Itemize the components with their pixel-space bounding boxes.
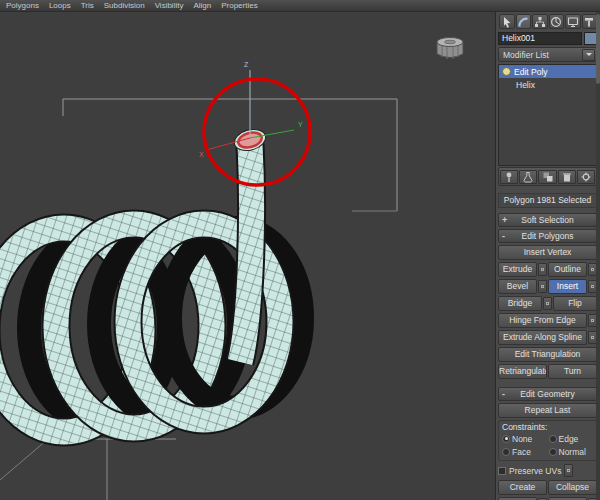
main-area: Z X Y: [0, 12, 600, 500]
constraint-edge-label: Edge: [559, 434, 594, 444]
modifier-list-dropdown[interactable]: Modifier List: [498, 47, 597, 62]
show-end-result-button[interactable]: [519, 170, 537, 184]
rollout-edit-geometry[interactable]: - Edit Geometry: [498, 387, 597, 401]
constraint-face-label: Face: [512, 447, 547, 457]
constraint-none-label: None: [512, 434, 547, 444]
collapse-button[interactable]: Collapse: [548, 480, 597, 495]
menu-bar: Polygons Loops Tris Subdivision Visibili…: [0, 0, 600, 12]
tab-display[interactable]: [565, 14, 581, 29]
bevel-settings-button[interactable]: [538, 280, 547, 293]
scrollbar-thumb[interactable]: [596, 14, 600, 84]
menu-properties[interactable]: Properties: [221, 1, 257, 10]
modifier-list-label: Modifier List: [503, 50, 549, 60]
modifier-stack-toolbar: [498, 167, 597, 186]
create-button[interactable]: Create: [498, 480, 547, 495]
constraints-label: Constraints:: [501, 422, 594, 432]
pin-icon: [503, 171, 515, 183]
rollout-soft-selection[interactable]: + Soft Selection: [498, 213, 597, 227]
menu-subdivision[interactable]: Subdivision: [104, 1, 145, 10]
stack-item-helix[interactable]: Helix: [499, 78, 596, 91]
edit-triangulation-button[interactable]: Edit Triangulation: [498, 347, 597, 362]
flask-icon: [522, 171, 534, 183]
chevron-down-icon[interactable]: [582, 49, 595, 61]
constraint-normal-radio[interactable]: [549, 448, 557, 456]
insert-vertex-button[interactable]: Insert Vertex: [498, 245, 597, 260]
flip-button[interactable]: Flip: [553, 296, 597, 311]
tab-motion[interactable]: [549, 14, 565, 29]
motion-wheel-icon: [550, 16, 562, 28]
tab-create[interactable]: [499, 14, 515, 29]
display-monitor-icon: [567, 16, 579, 28]
lightbulb-icon[interactable]: [502, 67, 511, 76]
extrude-settings-button[interactable]: [538, 263, 547, 276]
menu-visibility[interactable]: Visibility: [155, 1, 184, 10]
extrude-along-spline-button[interactable]: Extrude Along Spline: [498, 330, 587, 345]
helix-spring-object[interactable]: [0, 126, 302, 432]
preserve-uvs-label: Preserve UVs: [509, 466, 561, 476]
rollout-edit-polygons[interactable]: - Edit Polygons: [498, 229, 597, 243]
viewport[interactable]: Z X Y: [0, 12, 495, 500]
turn-button[interactable]: Turn: [548, 364, 597, 379]
gizmo-x-label: X: [199, 151, 204, 158]
constraint-face-radio[interactable]: [502, 448, 510, 456]
bridge-button[interactable]: Bridge: [498, 296, 542, 311]
preserve-uvs-settings-button[interactable]: [564, 464, 573, 477]
tab-modify[interactable]: [516, 14, 532, 29]
preserve-uvs-checkbox[interactable]: [498, 467, 506, 475]
extrude-button[interactable]: Extrude: [498, 262, 537, 277]
collapse-icon: -: [502, 231, 510, 241]
remove-modifier-button[interactable]: [558, 170, 576, 184]
rollout-title: Edit Polygons: [510, 231, 585, 241]
menu-align[interactable]: Align: [193, 1, 211, 10]
modifier-stack[interactable]: Edit Poly Helix: [498, 64, 597, 166]
configure-modifier-sets-button[interactable]: [577, 170, 595, 184]
viewport-canvas[interactable]: Z X Y: [0, 12, 495, 500]
bevel-button[interactable]: Bevel: [498, 279, 537, 294]
spring-riser: [240, 144, 252, 362]
gizmo-y-label: Y: [298, 121, 303, 128]
menu-polygons[interactable]: Polygons: [6, 1, 39, 10]
repeat-last-button[interactable]: Repeat Last: [498, 403, 597, 418]
menu-loops[interactable]: Loops: [49, 1, 71, 10]
expand-icon: +: [502, 215, 510, 225]
stack-item-label: Helix: [516, 80, 535, 90]
constraints-group: Constraints: None Edge Face Normal: [498, 420, 597, 461]
tab-utilities[interactable]: [582, 14, 598, 29]
tab-hierarchy[interactable]: [532, 14, 548, 29]
outline-button[interactable]: Outline: [548, 262, 587, 277]
selection-status: Polygon 1981 Selected: [498, 193, 597, 208]
utilities-hammer-icon: [583, 16, 595, 28]
stack-item-edit-poly[interactable]: Edit Poly: [499, 65, 596, 78]
constraint-none-radio[interactable]: [502, 435, 510, 443]
bridge-settings-button[interactable]: [543, 297, 552, 310]
collapse-icon: -: [502, 389, 510, 399]
insert-button[interactable]: Insert: [548, 279, 587, 294]
hinge-from-edge-button[interactable]: Hinge From Edge: [498, 313, 587, 328]
cylinder-icon: [437, 38, 463, 60]
make-unique-icon: [542, 171, 554, 183]
object-name-field[interactable]: Helix001: [498, 32, 582, 45]
create-arrow-icon: [501, 16, 513, 28]
constraint-edge-radio[interactable]: [549, 435, 557, 443]
trash-icon: [561, 171, 573, 183]
command-panel: Helix001 Modifier List Edit Poly Helix: [495, 12, 600, 500]
gear-icon: [580, 171, 592, 183]
menu-tris[interactable]: Tris: [81, 1, 94, 10]
modify-curve-icon: [517, 16, 529, 28]
rollout-title: Soft Selection: [510, 215, 585, 225]
pin-stack-button[interactable]: [500, 170, 518, 184]
gizmo-z-label: Z: [244, 61, 249, 68]
constraint-normal-label: Normal: [559, 447, 594, 457]
panel-scrollbar[interactable]: [596, 12, 600, 500]
rollout-title: Edit Geometry: [510, 389, 585, 399]
command-panel-tabs: [498, 13, 597, 31]
retriangulate-button[interactable]: Retriangulate: [498, 364, 547, 379]
make-unique-button[interactable]: [538, 170, 556, 184]
hierarchy-icon: [534, 16, 546, 28]
stack-item-label: Edit Poly: [514, 67, 548, 77]
application-window: Polygons Loops Tris Subdivision Visibili…: [0, 0, 600, 500]
